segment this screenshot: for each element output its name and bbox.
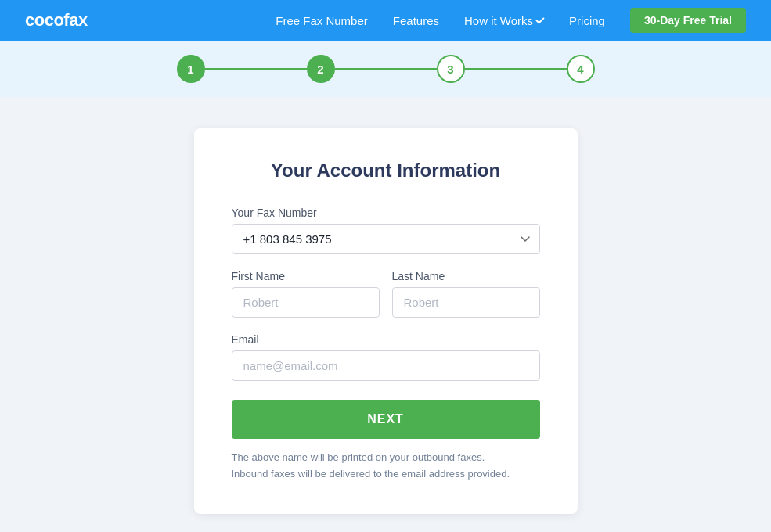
nav-links: Free Fax Number Features How it Works Pr… bbox=[276, 8, 746, 33]
step-2: 2 bbox=[307, 55, 335, 83]
stepper: 1 2 3 4 bbox=[177, 55, 595, 83]
nav-pricing[interactable]: Pricing bbox=[569, 14, 605, 27]
nav-features[interactable]: Features bbox=[393, 14, 439, 27]
fax-number-label: Your Fax Number bbox=[232, 207, 540, 219]
nav-free-fax-number[interactable]: Free Fax Number bbox=[276, 14, 368, 27]
email-input[interactable] bbox=[232, 350, 540, 381]
step-3: 3 bbox=[437, 55, 465, 83]
step-line-1-2 bbox=[205, 68, 307, 70]
nav-how-it-works[interactable]: How it Works bbox=[464, 14, 544, 27]
email-label: Email bbox=[232, 333, 540, 346]
navbar: cocofax Free Fax Number Features How it … bbox=[0, 0, 771, 41]
step-line-2-3 bbox=[335, 68, 437, 70]
last-name-group: Last Name bbox=[392, 270, 540, 318]
main-content: Your Account Information Your Fax Number… bbox=[0, 97, 771, 532]
step-line-3-4 bbox=[465, 68, 567, 70]
first-name-label: First Name bbox=[232, 270, 380, 282]
fax-number-group: Your Fax Number +1 803 845 3975 bbox=[232, 207, 540, 254]
trial-button[interactable]: 30-Day Free Trial bbox=[630, 8, 746, 33]
first-name-group: First Name bbox=[232, 270, 380, 318]
chevron-down-icon bbox=[535, 15, 544, 23]
form-note: The above name will be printed on your o… bbox=[232, 450, 540, 483]
name-row: First Name Last Name bbox=[232, 270, 540, 318]
last-name-input[interactable] bbox=[392, 287, 540, 318]
account-info-card: Your Account Information Your Fax Number… bbox=[194, 128, 578, 514]
step-1: 1 bbox=[177, 55, 205, 83]
fax-number-select[interactable]: +1 803 845 3975 bbox=[232, 224, 540, 254]
next-button[interactable]: NEXT bbox=[232, 400, 540, 439]
email-group: Email bbox=[232, 333, 540, 381]
form-title: Your Account Information bbox=[232, 160, 540, 182]
step-4: 4 bbox=[567, 55, 595, 83]
logo: cocofax bbox=[25, 10, 88, 31]
stepper-bar: 1 2 3 4 bbox=[0, 41, 771, 97]
last-name-label: Last Name bbox=[392, 270, 540, 282]
first-name-input[interactable] bbox=[232, 287, 380, 318]
